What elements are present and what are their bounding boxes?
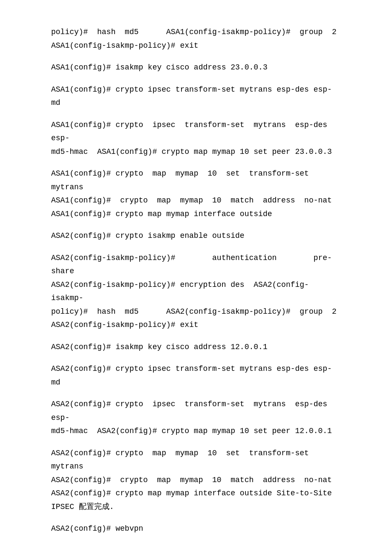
paragraph-para2: ASA1(config)# isakmp key cisco address 2… <box>51 61 341 75</box>
paragraph-para10: ASA2(config)# crypto ipsec transform-set… <box>51 398 341 438</box>
paragraph-para4: ASA1(config)# crypto ipsec transform-set… <box>51 119 341 159</box>
text-line: ASA2(config)# crypto map mymap 10 set tr… <box>51 447 341 474</box>
text-line: policy)# hash md5 ASA2(config-isakmp-pol… <box>51 305 341 319</box>
text-line: ASA2(config-isakmp-policy)# authenticati… <box>51 251 341 278</box>
text-line: md5-hmac ASA1(config)# crypto map mymap … <box>51 145 341 159</box>
text-line: ASA2(config)# isakmp key cisco address 1… <box>51 341 341 354</box>
text-line: ASA2(config)# crypto map mymap interface… <box>51 487 341 500</box>
text-line: ASA1(config)# crypto map mymap interface… <box>51 208 341 221</box>
text-line: ASA1(config)# crypto map mymap 10 match … <box>51 194 341 208</box>
text-line: ASA1(config)# crypto map mymap 10 set tr… <box>51 167 341 194</box>
text-line: md5-hmac ASA2(config)# crypto map mymap … <box>51 425 341 438</box>
text-line: ASA1(config)# isakmp key cisco address 2… <box>51 61 341 75</box>
main-content: policy)# hash md5 ASA1(config-isakmp-pol… <box>51 26 341 536</box>
text-line: ASA2(config)# crypto ipsec transform-set… <box>51 398 341 425</box>
text-line: ASA1(config)# crypto ipsec transform-set… <box>51 83 341 110</box>
text-line: ASA1(config)# crypto ipsec transform-set… <box>51 119 341 145</box>
paragraph-para9: ASA2(config)# crypto ipsec transform-set… <box>51 362 341 389</box>
paragraph-para3: ASA1(config)# crypto ipsec transform-set… <box>51 83 341 110</box>
paragraph-para11: ASA2(config)# crypto map mymap 10 set tr… <box>51 447 341 514</box>
paragraph-para1: policy)# hash md5 ASA1(config-isakmp-pol… <box>51 26 341 52</box>
text-line: IPSEC 配置完成. <box>51 500 341 514</box>
paragraph-para12: ASA2(config)# webvpn <box>51 522 341 536</box>
text-line: ASA2(config-isakmp-policy)# exit <box>51 318 341 332</box>
paragraph-para6: ASA2(config)# crypto isakmp enable outsi… <box>51 229 341 243</box>
paragraph-para7: ASA2(config-isakmp-policy)# authenticati… <box>51 251 341 332</box>
text-line: ASA2(config)# crypto isakmp enable outsi… <box>51 229 341 243</box>
text-line: ASA2(config)# crypto map mymap 10 match … <box>51 474 341 487</box>
text-line: ASA1(config-isakmp-policy)# exit <box>51 39 341 53</box>
text-line: ASA2(config)# webvpn <box>51 522 341 536</box>
text-line: ASA2(config)# crypto ipsec transform-set… <box>51 362 341 389</box>
text-line: ASA2(config-isakmp-policy)# encryption d… <box>51 278 341 305</box>
paragraph-para8: ASA2(config)# isakmp key cisco address 1… <box>51 341 341 354</box>
paragraph-para5: ASA1(config)# crypto map mymap 10 set tr… <box>51 167 341 221</box>
text-line: policy)# hash md5 ASA1(config-isakmp-pol… <box>51 26 341 39</box>
